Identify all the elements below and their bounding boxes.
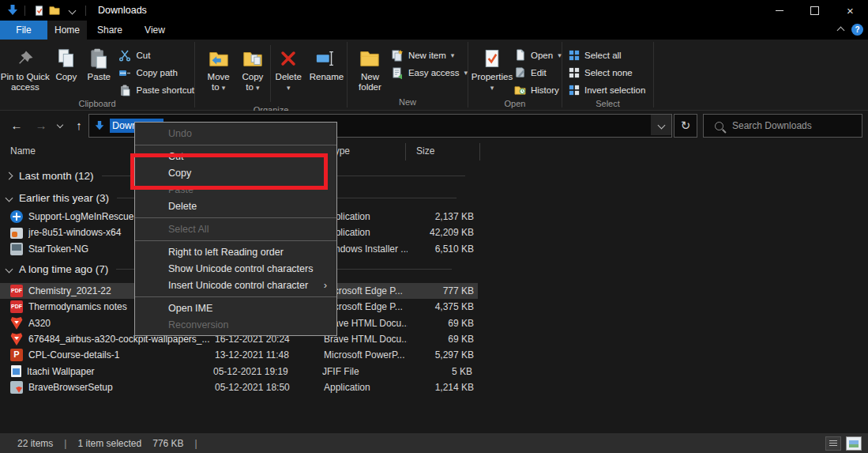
- copy-to-button[interactable]: Copy to ▾: [235, 43, 269, 93]
- copy-path-button[interactable]: Copy path: [118, 64, 194, 81]
- select-all-label: Select all: [584, 51, 622, 60]
- large-icons-view-button[interactable]: [846, 436, 862, 451]
- edit-icon: [514, 66, 526, 78]
- history-button[interactable]: History: [514, 81, 562, 98]
- properties-button[interactable]: Properties ▾: [472, 43, 513, 93]
- pin-label: Pin to Quick: [1, 72, 50, 81]
- file-row[interactable]: StarToken-NG Windows Installer ... 6,510…: [0, 241, 868, 257]
- brave-icon: [10, 317, 23, 330]
- ribbon-tab-row: File Home Share View: [0, 21, 868, 40]
- file-row[interactable]: Itachi Wallpaper 05-12-2021 19:19 JFIF F…: [0, 363, 868, 379]
- file-row[interactable]: CPL-Course-details-1 13-12-2021 11:48 Mi…: [0, 347, 868, 363]
- qat-customize-caret-icon[interactable]: [64, 2, 80, 18]
- qat-divider: [24, 6, 25, 16]
- dropdown-caret-icon: ▾: [464, 69, 468, 77]
- move-to-button[interactable]: Move to ▾: [201, 43, 235, 93]
- file-size: 4,375 KB: [408, 301, 474, 312]
- new-item-label: New item: [408, 51, 446, 60]
- chevron-right-icon: [6, 172, 13, 179]
- invert-selection-icon: [569, 85, 580, 96]
- file-row[interactable]: Thermodynamics notes Microsoft Edge P...…: [0, 299, 868, 315]
- menu-item-rtl-reading-order[interactable]: Right to left Reading order: [135, 243, 336, 260]
- qat-divider: [85, 6, 86, 16]
- new-folder-qat-icon[interactable]: [47, 2, 62, 18]
- menu-item-delete[interactable]: Delete: [135, 198, 336, 214]
- menu-divider: [135, 237, 336, 243]
- select-all-icon: [569, 50, 580, 61]
- cut-button[interactable]: Cut: [118, 47, 194, 63]
- close-button[interactable]: ×: [832, 0, 868, 21]
- pin-to-quick-access-button[interactable]: Pin to Quick access: [0, 43, 51, 92]
- open-button[interactable]: Open ▾: [514, 47, 562, 63]
- copy-button[interactable]: Copy: [51, 43, 82, 82]
- paste-shortcut-label: Paste shortcut: [136, 85, 194, 95]
- file-date: 13-12-2021 11:48: [215, 349, 324, 361]
- dropdown-caret-icon: ▾: [256, 84, 260, 92]
- group-label: Earlier this year (3): [19, 192, 109, 204]
- maximize-button[interactable]: [797, 0, 832, 21]
- menu-item-select-all: Select All: [135, 221, 336, 237]
- easy-access-button[interactable]: Easy access ▾: [391, 64, 468, 81]
- column-divider[interactable]: [405, 143, 406, 160]
- menu-divider: [135, 142, 336, 148]
- new-item-button[interactable]: New item ▾: [391, 47, 468, 63]
- details-view-button[interactable]: [825, 436, 841, 451]
- file-row[interactable]: A320 Brave HTML Docu... 69 KB: [0, 315, 868, 330]
- brave-icon: [10, 333, 23, 345]
- invert-selection-button[interactable]: Invert selection: [569, 81, 645, 98]
- collapse-ribbon-icon[interactable]: [838, 22, 844, 36]
- file-type: Microsoft PowerP...: [324, 349, 408, 361]
- recent-locations-caret-icon[interactable]: [52, 123, 68, 127]
- new-folder-button[interactable]: New folder: [352, 43, 388, 92]
- column-header-size[interactable]: Size: [416, 145, 434, 157]
- invert-selection-label: Invert selection: [584, 85, 645, 95]
- select-all-button[interactable]: Select all: [569, 47, 645, 63]
- file-row[interactable]: Support-LogMeInRescue Application 2,137 …: [0, 209, 868, 225]
- file-row[interactable]: 676484_airbus-a320-cockpit-wallpapers_..…: [0, 331, 868, 347]
- address-downloads-icon: [94, 120, 105, 131]
- menu-item-insert-unicode-control-character[interactable]: Insert Unicode control character ›: [135, 277, 336, 293]
- column-header-name[interactable]: Name: [10, 145, 36, 157]
- search-box[interactable]: [703, 114, 862, 138]
- pdf-icon: [10, 285, 23, 297]
- file-row[interactable]: jre-8u51-windows-x64 Application 42,209 …: [0, 225, 868, 240]
- file-size: 42,209 KB: [408, 227, 474, 238]
- file-row[interactable]: BraveBrowserSetup 05-12-2021 18:50 Appli…: [0, 379, 868, 395]
- downloads-folder-icon: [6, 4, 19, 17]
- properties-qat-icon[interactable]: [31, 2, 47, 18]
- tab-home[interactable]: Home: [47, 21, 87, 40]
- easy-access-label: Easy access: [408, 68, 460, 77]
- copy-to-icon: [242, 45, 264, 72]
- tab-view[interactable]: View: [133, 21, 177, 40]
- back-button[interactable]: ←: [3, 119, 30, 132]
- history-label: History: [531, 85, 559, 95]
- column-divider[interactable]: [479, 143, 480, 160]
- selection-count: 1 item selected: [77, 438, 141, 449]
- group-header-a-long-time-ago[interactable]: A long time ago (7): [0, 260, 868, 279]
- java-installer-icon: [10, 228, 23, 239]
- brave-setup-icon: [10, 381, 23, 394]
- delete-button[interactable]: Delete ▾: [271, 43, 306, 93]
- up-button[interactable]: ↑: [68, 119, 90, 132]
- tab-share[interactable]: Share: [87, 21, 133, 40]
- select-none-button[interactable]: Select none: [569, 64, 645, 81]
- paste-button[interactable]: Paste: [82, 43, 115, 82]
- help-icon[interactable]: ?: [851, 24, 863, 36]
- minimize-button[interactable]: [761, 0, 797, 21]
- search-input[interactable]: [731, 119, 852, 132]
- menu-divider: [135, 214, 336, 221]
- tab-file[interactable]: File: [0, 21, 47, 40]
- refresh-button[interactable]: ↻: [674, 114, 697, 138]
- menu-item-show-unicode-control-characters[interactable]: Show Unicode control characters: [135, 260, 336, 277]
- menu-item-open-ime[interactable]: Open IME: [135, 300, 336, 316]
- menu-divider: [135, 293, 336, 300]
- group-label-select: Select: [562, 98, 653, 110]
- edit-button[interactable]: Edit: [514, 64, 562, 81]
- file-size: 777 KB: [408, 285, 474, 296]
- rename-button[interactable]: Rename: [306, 43, 347, 82]
- paste-shortcut-button[interactable]: Paste shortcut: [118, 81, 194, 98]
- forward-button[interactable]: →: [30, 119, 52, 132]
- address-dropdown-icon[interactable]: [651, 115, 671, 135]
- file-size: 5,297 KB: [408, 349, 474, 361]
- group-header-earlier-this-year[interactable]: Earlier this year (3): [0, 188, 868, 207]
